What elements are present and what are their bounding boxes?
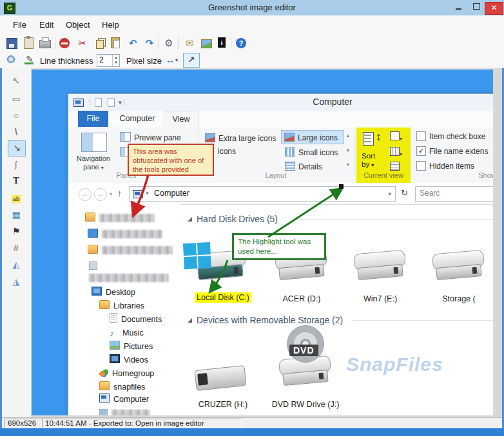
pixel-size-caret-icon[interactable]: ▾	[175, 57, 178, 63]
settings-gear-icon[interactable]: ⚙	[162, 37, 175, 50]
tree-item-homegroup[interactable]: Homegroup	[99, 367, 154, 380]
line-thickness-input[interactable]	[97, 55, 113, 65]
red-annotation-note[interactable]: This area was obfuscated with one of the…	[128, 144, 214, 176]
new-folder-icon[interactable]	[108, 98, 115, 107]
hidden-items-checkbox[interactable]	[416, 161, 426, 171]
tree-item-desktop[interactable]: Desktop	[92, 286, 135, 299]
export-image-icon[interactable]	[201, 39, 212, 48]
drive-cruzer[interactable]: CRUZER (H:)	[184, 328, 262, 415]
drive-win7[interactable]: Win7 (E:)	[342, 230, 418, 320]
menu-file[interactable]: File	[13, 20, 26, 30]
tool-rectangle[interactable]: ▭	[8, 91, 24, 106]
pixel-size-arrow-icon[interactable]: ↔	[164, 53, 177, 66]
layout-extra-large-icons[interactable]: Extra large icons	[205, 132, 276, 144]
layout-scroll-up-icon[interactable]: ▴	[347, 133, 349, 138]
tab-file[interactable]: File	[78, 111, 108, 127]
search-box[interactable]	[415, 186, 493, 202]
tree-item-pictures[interactable]: Pictures	[110, 340, 153, 353]
tool-obfuscate[interactable]: ▦	[8, 207, 24, 222]
close-button[interactable]: ✕	[485, 2, 503, 15]
tool-rotate-cw[interactable]: ◮	[8, 274, 24, 289]
image-canvas[interactable]: | ▾ | Computer File Computer View	[31, 70, 493, 415]
tool-effects[interactable]: ⚑	[8, 224, 24, 239]
obfuscated-tree-item[interactable]	[89, 260, 180, 283]
breadcrumb-box[interactable]: ▸ Computer ▾	[129, 186, 396, 202]
tree-item-libraries[interactable]: Libraries	[99, 299, 144, 312]
tree-item-documents[interactable]: Documents	[110, 313, 162, 326]
drive-dvd[interactable]: DVD DVD RW Drive (J:)	[264, 328, 347, 415]
tool-line[interactable]: \	[8, 125, 24, 140]
windows-logo-icon	[183, 242, 213, 270]
tree-item-snapfiles[interactable]: snapfiles	[99, 381, 145, 393]
tool-ellipse[interactable]: ○	[8, 108, 24, 123]
menu-edit[interactable]: Edit	[39, 20, 53, 30]
tree-item-music[interactable]: ♪Music	[110, 327, 144, 339]
tool-arrow[interactable]: ↘	[8, 140, 26, 156]
back-icon[interactable]: ←	[79, 188, 92, 201]
section-header-removable[interactable]: Devices with Removable Storage (2)	[188, 315, 343, 325]
tool-rotate-ccw[interactable]: ◭	[8, 258, 24, 272]
sort-by-button[interactable]: Sort by ▾	[362, 152, 375, 169]
blur-style-icon[interactable]	[6, 55, 15, 64]
line-color-icon[interactable]: ✎	[23, 53, 36, 66]
properties-icon[interactable]	[95, 98, 102, 107]
undo-icon[interactable]: ↶	[126, 37, 139, 50]
address-dropdown-caret-icon[interactable]: ▾	[388, 191, 391, 197]
layout-medium-icons-fragment[interactable]: icons	[218, 147, 236, 156]
obfuscated-tree-item[interactable]	[85, 212, 155, 223]
tab-computer[interactable]: Computer	[111, 111, 164, 127]
preview-pane-button[interactable]: Preview pane	[120, 131, 181, 143]
tool-crop[interactable]: #	[8, 241, 24, 256]
redo-icon[interactable]: ↷	[143, 37, 156, 50]
tree-item-computer[interactable]: Computer	[99, 393, 149, 406]
obfuscated-tree-item[interactable]	[88, 244, 173, 256]
save-icon[interactable]	[6, 38, 17, 49]
minimize-button[interactable]	[450, 2, 467, 14]
up-icon[interactable]: ↑	[117, 188, 122, 198]
shadow-toggle-button[interactable]: ↗	[183, 53, 200, 68]
menu-help[interactable]: Help	[102, 20, 119, 30]
tool-freehand[interactable]: ∫	[8, 157, 24, 172]
layout-large-icons-selected[interactable]: Large icons	[281, 130, 344, 144]
info-icon[interactable]: i	[218, 37, 226, 48]
drive-storage[interactable]: Storage (	[421, 230, 493, 320]
cut-icon[interactable]: ✂	[76, 37, 89, 50]
collapse-icon[interactable]	[188, 318, 192, 323]
tree-item-videos[interactable]: Videos	[110, 354, 148, 366]
obfuscated-tree-item[interactable]	[88, 228, 162, 240]
print-icon[interactable]	[39, 40, 51, 48]
group-by-icon[interactable]: ▾	[390, 131, 402, 143]
green-annotation-note[interactable]: The Highlight tool was used here...	[232, 233, 326, 260]
paste-icon[interactable]	[111, 37, 120, 48]
tab-view[interactable]: View	[164, 111, 199, 128]
layout-details[interactable]: Details	[285, 160, 322, 172]
recent-locations-caret-icon[interactable]: ▾	[110, 191, 112, 197]
item-check-boxes-checkbox[interactable]	[416, 131, 426, 141]
tool-selection[interactable]: ↖	[8, 73, 24, 88]
refresh-icon[interactable]: ↻	[401, 188, 408, 198]
collapse-icon[interactable]	[188, 217, 192, 222]
maximize-button[interactable]	[468, 2, 485, 14]
help-icon[interactable]: ?	[236, 38, 246, 48]
qat-caret-icon[interactable]: ▾	[119, 99, 122, 106]
tree-item-network-partial[interactable]	[99, 408, 150, 415]
stepper-arrows-icon[interactable]: ▲▼	[112, 55, 119, 66]
section-header-hdd[interactable]: Hard Disk Drives (5)	[188, 214, 278, 224]
email-icon[interactable]: ✉	[183, 37, 196, 50]
copy-to-clipboard-icon[interactable]	[24, 37, 34, 49]
tool-highlight[interactable]: ab	[8, 191, 24, 205]
layout-small-icons[interactable]: Small icons	[285, 146, 338, 158]
delete-icon[interactable]	[59, 38, 70, 48]
small-item-icon	[89, 261, 97, 270]
menu-object[interactable]: Object	[66, 20, 90, 30]
layout-scroll-down-icon[interactable]: ▾	[347, 147, 349, 153]
line-thickness-stepper[interactable]: ▲▼	[97, 54, 120, 67]
file-name-extensions-checkbox[interactable]: ✓	[416, 146, 426, 156]
tool-text[interactable]: T	[8, 174, 24, 189]
breadcrumb-location[interactable]: Computer	[154, 189, 189, 198]
add-columns-icon[interactable]: ▾	[390, 147, 402, 158]
copy-icon[interactable]	[93, 38, 103, 48]
forward-icon[interactable]: →	[94, 188, 107, 201]
search-input[interactable]	[416, 187, 493, 200]
layout-overflow-icon[interactable]: ▾	[347, 162, 349, 167]
